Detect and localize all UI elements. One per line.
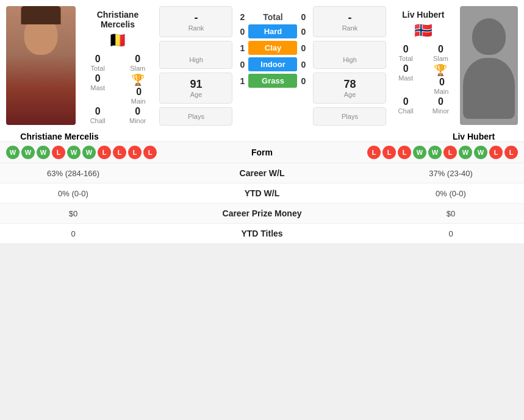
mast-label: Mast: [90, 84, 105, 91]
stats-row-career-wl: 63% (284-166) Career W/L 37% (23-40): [0, 163, 524, 183]
grass-left-score: 1: [236, 76, 248, 86]
silhouette-head: [472, 18, 506, 55]
form-badge-l: L: [143, 146, 157, 159]
right-rank-box: - Rank: [313, 6, 386, 37]
stats-row-titles: 0 YTD Titles 0: [0, 223, 524, 243]
form-badge-l: L: [98, 146, 111, 159]
indoor-left-score: 0: [236, 60, 248, 69]
form-badge-l: L: [113, 146, 126, 159]
clay-left-score: 1: [236, 43, 248, 53]
right-plays-label: Plays: [318, 113, 381, 120]
stat-cell-chall: 0 Chall: [81, 106, 115, 124]
chall-label: Chall: [90, 117, 106, 124]
mast-label-r: Mast: [398, 74, 413, 82]
total-left-score: 2: [236, 12, 248, 22]
total-right-score: 0: [297, 12, 309, 22]
left-high-box: High: [159, 41, 232, 69]
total-center-label: Total: [263, 12, 282, 22]
prize-left: $0: [6, 209, 140, 218]
right-age-label: Age: [318, 91, 381, 98]
player-left-stats: 0 Total 0 Slam 0 Mast 🏆 0 Main 0: [81, 54, 154, 124]
main-value-left: 0: [136, 87, 142, 98]
form-badges-right: LLLWWLWWLL: [367, 146, 518, 159]
ytd-wl-left: 0% (0-0): [6, 189, 140, 198]
indoor-right-score: 0: [297, 60, 309, 69]
right-photo-name: Liv Hubert: [429, 132, 518, 141]
chall-value: 0: [95, 106, 101, 117]
player-right-photo: [460, 6, 518, 125]
chall-label-r: Chall: [398, 107, 414, 115]
right-rank-value: -: [318, 12, 381, 24]
main-value-r: 0: [439, 77, 445, 88]
form-badge-w: W: [37, 146, 50, 159]
chall-value-r: 0: [403, 96, 409, 107]
stat-cell-total: 0 Total: [81, 54, 115, 72]
left-high-value: [165, 46, 227, 56]
slam-value-r: 0: [438, 44, 443, 55]
right-age-value: 78: [318, 78, 381, 91]
trophy-icon-left: 🏆: [131, 73, 145, 87]
grass-badge: Grass: [248, 74, 297, 88]
stat-cell-trophy-right: 🏆 0 Main: [426, 63, 455, 95]
right-high-box: High: [313, 41, 386, 69]
left-name-under-photo: Christiane Mercelis: [6, 132, 113, 141]
clay-badge: Clay: [248, 41, 297, 55]
form-label: Form: [157, 148, 367, 157]
left-age-label: Age: [165, 91, 227, 98]
form-badge-w: W: [82, 146, 96, 159]
form-section: WWWLWWLLLL Form LLLWWLWWLL: [0, 141, 524, 163]
total-value: 0: [95, 54, 101, 65]
form-badge-w: W: [21, 146, 35, 159]
stat-cell-trophy-left: 🏆 0 Main: [121, 73, 155, 105]
left-plays-label: Plays: [165, 113, 227, 120]
right-rank-column: - Rank High 78 Age Plays: [313, 6, 386, 129]
ytd-wl-right: 0% (0-0): [384, 189, 518, 198]
court-row-indoor: 0 Indoor 0: [236, 57, 309, 71]
court-row-grass: 1 Grass 0: [236, 74, 309, 88]
minor-value: 0: [135, 106, 140, 117]
left-plays-box: Plays: [159, 107, 232, 126]
right-plays-box: Plays: [313, 107, 386, 126]
left-photo-name: Christiane Mercelis: [6, 132, 113, 141]
minor-label-r: Minor: [432, 107, 450, 115]
form-badge-l: L: [382, 146, 396, 159]
left-age-box: 91 Age: [159, 73, 232, 104]
form-badge-l: L: [367, 146, 381, 159]
left-rank-column: - Rank High 91 Age Plays: [159, 6, 232, 129]
left-high-label: High: [165, 56, 227, 63]
form-badges-left: WWWLWWLLLL: [6, 146, 157, 159]
indoor-badge: Indoor: [248, 57, 297, 71]
player-left-info: Christiane Mercelis 🇧🇪 0 Total 0 Slam 0 …: [81, 6, 154, 129]
stat-cell-minor-r: 0 Minor: [426, 96, 455, 115]
form-badge-w: W: [413, 146, 426, 159]
prize-right: $0: [384, 209, 518, 218]
minor-label: Minor: [129, 117, 146, 124]
clay-right-score: 0: [297, 43, 309, 53]
player-right-name: Liv Hubert: [402, 10, 444, 20]
total-value-r: 0: [403, 44, 409, 55]
court-scores: 2 Total 0 0 Hard 0 1 Clay 0: [236, 6, 309, 90]
form-badge-w: W: [459, 146, 472, 159]
right-age-box: 78 Age: [313, 73, 386, 104]
titles-left: 0: [6, 229, 140, 238]
mast-value: 0: [95, 73, 101, 84]
stat-cell-slam: 0 Slam: [121, 54, 155, 72]
name-row: Christiane Mercelis Liv Hubert: [0, 129, 524, 141]
hard-left-score: 0: [236, 27, 248, 37]
stat-cell-minor: 0 Minor: [121, 106, 155, 124]
left-rank-label: Rank: [165, 24, 227, 32]
left-rank-box: - Rank: [159, 6, 232, 37]
player-left-photo: [6, 6, 76, 125]
slam-label: Slam: [130, 65, 145, 72]
slam-label-r: Slam: [433, 55, 448, 62]
form-badge-w: W: [474, 146, 487, 159]
slam-value: 0: [135, 54, 140, 65]
player-right-flag: 🇳🇴: [414, 22, 432, 39]
player-left-name: Christiane Mercelis: [97, 10, 138, 29]
form-badge-l: L: [52, 146, 65, 159]
right-rank-label: Rank: [318, 24, 381, 32]
main-label-left: Main: [131, 98, 146, 105]
main-container: Christiane Mercelis 🇧🇪 0 Total 0 Slam 0 …: [0, 0, 524, 243]
player-right-info: Liv Hubert 🇳🇴 0 Total 0 Slam 0 Mast 🏆 0: [391, 6, 455, 129]
form-badge-w: W: [67, 146, 81, 159]
